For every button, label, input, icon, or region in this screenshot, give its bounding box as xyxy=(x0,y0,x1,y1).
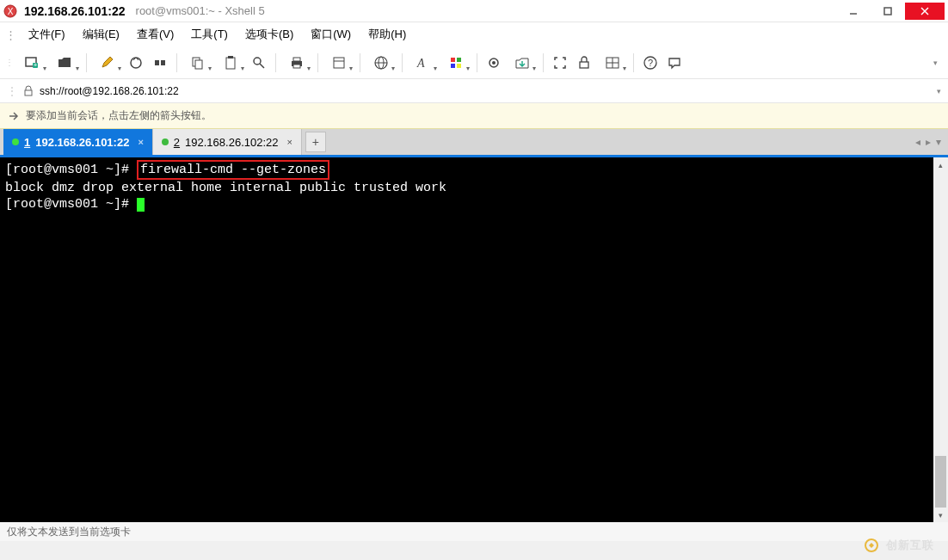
help-button[interactable]: ? xyxy=(639,52,662,74)
menu-grip-icon: ⋮ xyxy=(5,28,16,41)
prompt: [root@vms001 ~]# xyxy=(5,163,137,177)
session-tab-2[interactable]: 2 192.168.26.102:22 × xyxy=(153,129,302,155)
watermark-text: 创新互联 xyxy=(886,538,934,553)
hint-arrow-icon[interactable] xyxy=(7,109,21,123)
menu-help[interactable]: 帮助(H) xyxy=(360,23,415,46)
tab-next-icon[interactable]: ▸ xyxy=(926,136,931,148)
lock-icon xyxy=(22,85,34,97)
svg-point-31 xyxy=(492,61,496,65)
open-session-button[interactable]: ▾ xyxy=(50,52,81,74)
paste-button[interactable]: ▾ xyxy=(215,52,246,74)
menu-edit[interactable]: 编辑(E) xyxy=(74,23,128,46)
status-dot-icon xyxy=(12,138,19,145)
copy-button[interactable]: ▾ xyxy=(182,52,213,74)
status-text: 仅将文本发送到当前选项卡 xyxy=(7,525,131,539)
new-session-button[interactable]: +▾ xyxy=(17,52,48,74)
menu-tools[interactable]: 工具(T) xyxy=(182,23,237,46)
svg-text:A: A xyxy=(416,57,425,70)
toolbar-overflow-icon[interactable]: ▾ xyxy=(933,58,943,67)
scroll-track[interactable] xyxy=(933,172,948,508)
svg-point-16 xyxy=(254,58,261,65)
window-title: 192.168.26.101:22 xyxy=(24,4,126,18)
font-button[interactable]: A▾ xyxy=(408,52,439,74)
tab-close-icon[interactable]: × xyxy=(287,137,292,147)
svg-rect-3 xyxy=(884,8,891,15)
svg-rect-32 xyxy=(580,62,588,68)
tab-bar: 1 192.168.26.101:22 × 2 192.168.26.102:2… xyxy=(0,129,948,155)
lock-button[interactable] xyxy=(573,52,595,74)
svg-rect-13 xyxy=(195,60,202,69)
maximize-button[interactable] xyxy=(871,3,905,20)
search-button[interactable] xyxy=(248,52,270,74)
scrollbar[interactable]: ▴ ▾ xyxy=(933,157,948,522)
svg-rect-19 xyxy=(293,58,300,61)
title-bar: X 192.168.26.101:22 root@vms001:~ - Xshe… xyxy=(0,0,948,22)
svg-text:+: + xyxy=(34,61,38,69)
svg-rect-11 xyxy=(161,60,165,65)
window-subtitle: root@vms001:~ - Xshell 5 xyxy=(136,4,265,17)
language-button[interactable]: ▾ xyxy=(366,52,397,74)
toolbar: ⋮ +▾ ▾ ▾ ▾ ▾ ▾ ▾ ▾ A▾ ▾ ▾ ▾ ? ▾ xyxy=(0,46,948,79)
menu-tabs[interactable]: 选项卡(B) xyxy=(237,23,302,46)
svg-rect-20 xyxy=(293,65,300,68)
annotation-text: 在命令行，我们通过get-zones可以获得防火墙所有区域的信息 xyxy=(0,215,948,230)
reconnect-button[interactable] xyxy=(125,52,147,74)
hint-text: 要添加当前会话，点击左侧的箭头按钮。 xyxy=(26,108,212,123)
prompt: [root@vms001 ~]# xyxy=(5,197,137,212)
menu-window[interactable]: 窗口(W) xyxy=(302,23,360,46)
chat-button[interactable] xyxy=(663,52,686,74)
transfer-button[interactable]: ▾ xyxy=(507,52,538,74)
status-bar: 仅将文本发送到当前选项卡 xyxy=(0,522,948,541)
tab-num: 1 xyxy=(24,136,30,149)
address-text[interactable]: ssh://root@192.168.26.101:22 xyxy=(40,85,932,97)
scroll-up-icon[interactable]: ▴ xyxy=(933,157,948,172)
status-dot-icon xyxy=(162,138,169,145)
svg-rect-30 xyxy=(457,64,461,68)
menu-bar: ⋮ 文件(F) 编辑(E) 查看(V) 工具(T) 选项卡(B) 窗口(W) 帮… xyxy=(0,22,948,46)
scroll-down-icon[interactable]: ▾ xyxy=(933,508,948,522)
print-button[interactable]: ▾ xyxy=(281,52,312,74)
svg-rect-15 xyxy=(228,56,233,58)
disconnect-button[interactable] xyxy=(149,52,171,74)
app-icon: X xyxy=(3,4,17,18)
script-button[interactable] xyxy=(483,52,505,74)
svg-rect-29 xyxy=(451,64,455,68)
terminal-content[interactable]: [root@vms001 ~]# firewall-cmd --get-zone… xyxy=(0,157,948,215)
layout-button[interactable]: ▾ xyxy=(597,52,628,74)
svg-rect-21 xyxy=(334,58,344,68)
menu-file[interactable]: 文件(F) xyxy=(20,23,74,46)
toolbar-grip-icon: ⋮ xyxy=(5,58,14,67)
new-tab-button[interactable]: + xyxy=(305,132,326,152)
cursor-icon xyxy=(137,198,145,212)
address-grip-icon: ⋮ xyxy=(7,85,17,97)
minimize-button[interactable] xyxy=(836,3,871,20)
menu-view[interactable]: 查看(V) xyxy=(128,23,182,46)
watermark: 创新互联 xyxy=(862,536,934,555)
fullscreen-button[interactable] xyxy=(549,52,571,74)
tab-num: 2 xyxy=(174,136,180,149)
close-button[interactable] xyxy=(905,3,945,20)
svg-rect-14 xyxy=(226,58,235,69)
tab-label: 192.168.26.102:22 xyxy=(185,136,278,149)
figure-label: 图1-19 xyxy=(0,230,948,244)
session-tab-1[interactable]: 1 192.168.26.101:22 × xyxy=(3,129,153,155)
tab-close-icon[interactable]: × xyxy=(138,137,143,147)
tab-nav: ◂ ▸ ▾ xyxy=(908,129,948,155)
address-overflow-icon[interactable]: ▾ xyxy=(937,87,941,95)
highlighted-command: firewall-cmd --get-zones xyxy=(137,160,329,180)
scroll-thumb[interactable] xyxy=(935,456,946,508)
svg-rect-38 xyxy=(25,90,32,95)
address-bar: ⋮ ssh://root@192.168.26.101:22 ▾ xyxy=(0,79,948,103)
properties-button[interactable]: ▾ xyxy=(323,52,354,74)
tab-prev-icon[interactable]: ◂ xyxy=(915,136,920,148)
tab-menu-icon[interactable]: ▾ xyxy=(936,136,941,148)
compose-button[interactable]: ▾ xyxy=(92,52,123,74)
color-button[interactable]: ▾ xyxy=(440,52,471,74)
terminal-area[interactable]: [root@vms001 ~]# firewall-cmd --get-zone… xyxy=(0,155,948,522)
svg-rect-28 xyxy=(457,58,461,62)
watermark-icon xyxy=(862,536,881,555)
svg-rect-27 xyxy=(451,58,455,62)
svg-rect-10 xyxy=(155,60,159,65)
hint-bar: 要添加当前会话，点击左侧的箭头按钮。 xyxy=(0,103,948,129)
svg-text:?: ? xyxy=(648,58,653,68)
